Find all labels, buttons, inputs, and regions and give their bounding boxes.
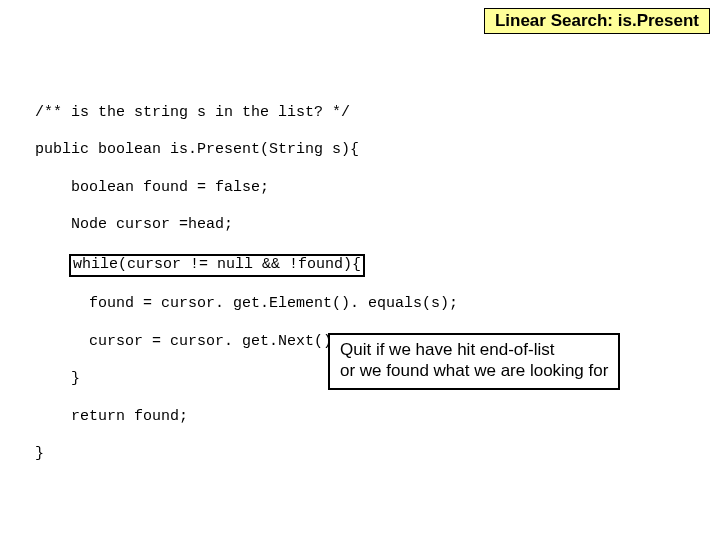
code-block: /** is the string s in the list? */ publ… xyxy=(35,85,458,483)
code-line: Node cursor =head; xyxy=(35,216,458,235)
code-line-highlighted: while(cursor != null && !found){ xyxy=(35,254,458,277)
highlight-box: while(cursor != null && !found){ xyxy=(69,254,365,277)
annotation-line: or we found what we are looking for xyxy=(340,360,608,381)
code-line: boolean found = false; xyxy=(35,179,458,198)
annotation-box: Quit if we have hit end-of-list or we fo… xyxy=(328,333,620,390)
code-line: } xyxy=(35,445,458,464)
code-line: /** is the string s in the list? */ xyxy=(35,104,458,123)
code-line: return found; xyxy=(35,408,458,427)
code-line: public boolean is.Present(String s){ xyxy=(35,141,458,160)
code-line: found = cursor. get.Element(). equals(s)… xyxy=(35,295,458,314)
slide-title: Linear Search: is.Present xyxy=(484,8,710,34)
indent xyxy=(35,256,71,273)
annotation-line: Quit if we have hit end-of-list xyxy=(340,339,608,360)
